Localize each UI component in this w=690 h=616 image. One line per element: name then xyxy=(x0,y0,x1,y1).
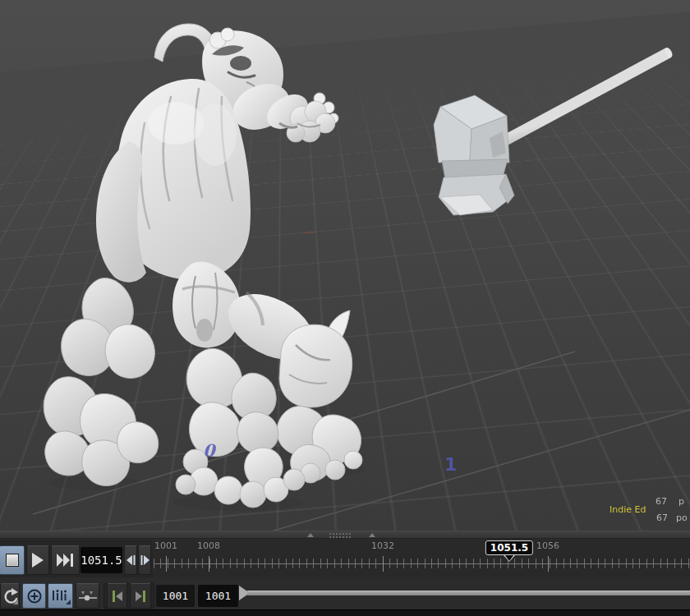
step-back-button[interactable] xyxy=(124,545,137,575)
keyframe-ticks-icon xyxy=(51,587,71,605)
pane-expand-left-icon[interactable] xyxy=(307,533,314,537)
pane-expand-right-icon[interactable] xyxy=(369,533,375,537)
prev-key-button[interactable] xyxy=(107,583,127,609)
jump-prev-key-icon xyxy=(112,591,123,602)
ruler-label-1008: 1008 xyxy=(197,540,220,551)
houdini-window: 0 xyxy=(0,0,690,616)
skip-to-end-button[interactable] xyxy=(51,545,80,575)
frame-step-forward-icon xyxy=(140,555,150,565)
playhead-flag[interactable]: 1051.5 xyxy=(485,540,533,555)
play-button[interactable] xyxy=(26,545,49,575)
next-key-button[interactable] xyxy=(130,583,151,609)
major-tick xyxy=(209,556,209,572)
major-tick xyxy=(548,556,549,572)
scrub-slider-icon xyxy=(79,590,97,603)
play-icon xyxy=(32,553,44,568)
jump-next-key-icon xyxy=(135,591,146,602)
range-start-field[interactable]: 1001 xyxy=(156,585,195,607)
stop-button[interactable] xyxy=(0,545,25,575)
ruler-label-1056: 1056 xyxy=(536,540,559,551)
ruler-label-1032: 1032 xyxy=(371,540,394,551)
stats-line-points: 67p xyxy=(656,498,684,506)
range-slider-track[interactable] xyxy=(247,591,690,595)
hammer-model xyxy=(427,33,690,222)
viewport-3d[interactable]: 0 xyxy=(0,0,690,531)
playbar: 1051.5 1001 1008 1032 1056 1051.5 xyxy=(0,540,690,616)
stop-icon xyxy=(6,554,19,567)
major-tick xyxy=(383,556,384,572)
loop-arrow-icon xyxy=(2,587,18,605)
bottom-strip xyxy=(0,609,690,616)
playback-mode-button[interactable] xyxy=(0,583,20,609)
fast-forward-icon xyxy=(57,554,74,567)
pane-divider[interactable] xyxy=(0,531,690,539)
scrub-options-button[interactable] xyxy=(76,583,99,609)
divider-grip-icon[interactable] xyxy=(329,533,351,538)
indie-edition-watermark: Indie Ed xyxy=(610,506,646,514)
ruler-label-1001: 1001 xyxy=(154,540,177,551)
add-keyframe-button[interactable] xyxy=(22,583,46,609)
circle-plus-icon xyxy=(26,588,43,605)
monster-model xyxy=(16,12,370,526)
ruler-baseline xyxy=(154,563,690,564)
frame-step-back-icon xyxy=(126,555,136,565)
major-tick xyxy=(166,556,167,572)
current-frame-field[interactable]: 1051.5 xyxy=(80,547,122,573)
stats-line-points-2: 67po xyxy=(656,514,688,522)
range-end-field[interactable]: 1001 xyxy=(198,585,238,607)
show-keys-button[interactable] xyxy=(48,583,73,609)
playhead-pointer xyxy=(504,554,514,561)
step-forward-button[interactable] xyxy=(138,545,151,575)
